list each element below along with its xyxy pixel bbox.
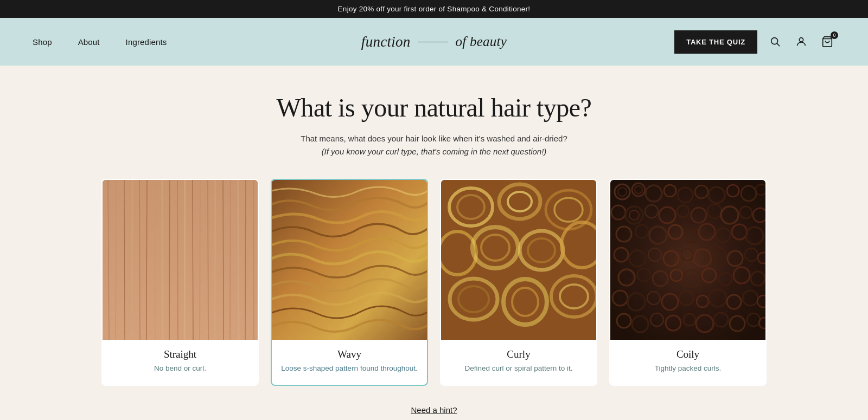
hair-card-body-wavy: Wavy Loose s-shaped pattern found throug… <box>272 340 427 385</box>
wavy-hair-svg <box>272 180 427 340</box>
hair-image-straight <box>103 180 258 340</box>
logo-of-beauty: of beauty <box>455 34 507 49</box>
hair-card-body-straight: Straight No bend or curl. <box>103 340 258 385</box>
quiz-subtitle: That means, what does your hair look lik… <box>33 132 835 158</box>
svg-line-19 <box>215 180 215 340</box>
hair-card-title-wavy: Wavy <box>279 348 419 360</box>
nav-about[interactable]: About <box>78 37 100 47</box>
svg-line-6 <box>116 180 116 340</box>
search-icon <box>769 36 781 48</box>
quiz-subtitle-text: That means, what does your hair look lik… <box>301 134 567 143</box>
cart-button[interactable]: 0 <box>819 34 835 50</box>
header: Shop About Ingredients function of beaut… <box>0 18 868 66</box>
svg-point-2 <box>799 38 803 42</box>
straight-hair-svg <box>103 180 258 340</box>
svg-rect-4 <box>103 180 258 340</box>
hair-card-desc-straight: No bend or curl. <box>110 363 250 374</box>
take-quiz-button[interactable]: TAKE THE QUIZ <box>674 30 757 54</box>
header-right: TAKE THE QUIZ 0 <box>674 30 835 54</box>
hair-option-coily[interactable]: Coily Tightly packed curls. <box>609 179 767 386</box>
hair-card-desc-curly: Defined curl or spiral pattern to it. <box>449 363 589 374</box>
announcement-bar: Enjoy 20% off your first order of Shampo… <box>0 0 868 18</box>
svg-line-21 <box>230 180 231 340</box>
hair-option-curly[interactable]: Curly Defined curl or spiral pattern to … <box>440 179 597 386</box>
svg-line-9 <box>139 180 140 340</box>
hair-option-straight[interactable]: Straight No bend or curl. <box>101 179 259 386</box>
svg-line-18 <box>208 180 208 340</box>
need-hint-link[interactable]: Need a hint? <box>411 405 457 415</box>
svg-line-8 <box>132 180 132 340</box>
account-icon <box>795 36 807 48</box>
announcement-text: Enjoy 20% off your first order of Shampo… <box>338 5 531 13</box>
hair-card-body-coily: Coily Tightly packed curls. <box>610 340 765 385</box>
hair-image-curly <box>441 180 596 340</box>
svg-line-15 <box>184 180 185 340</box>
svg-line-12 <box>162 180 163 340</box>
hair-option-wavy[interactable]: Wavy Loose s-shaped pattern found throug… <box>271 179 428 386</box>
svg-line-24 <box>253 180 254 340</box>
hair-card-title-curly: Curly <box>449 348 589 360</box>
svg-line-13 <box>169 180 170 340</box>
svg-line-1 <box>777 43 780 46</box>
coily-hair-svg <box>610 180 765 340</box>
svg-line-14 <box>177 180 178 340</box>
svg-line-17 <box>200 180 200 340</box>
cart-count: 0 <box>831 31 838 39</box>
hair-card-desc-coily: Tightly packed curls. <box>618 363 758 374</box>
search-button[interactable] <box>767 34 783 50</box>
quiz-subtitle-italic: (If you know your curl type, that's comi… <box>33 145 835 158</box>
hair-image-coily <box>610 180 765 340</box>
svg-point-0 <box>771 38 778 44</box>
hair-card-title-coily: Coily <box>618 348 758 360</box>
logo-function: function <box>361 34 411 50</box>
nav-shop[interactable]: Shop <box>33 37 52 47</box>
hair-card-title-straight: Straight <box>110 348 250 360</box>
hair-image-wavy <box>272 180 427 340</box>
hair-card-desc-wavy: Loose s-shaped pattern found throughout. <box>279 363 419 374</box>
account-button[interactable] <box>793 34 809 50</box>
nav-ingredients[interactable]: Ingredients <box>126 37 167 47</box>
logo[interactable]: function of beauty <box>361 34 507 50</box>
svg-line-23 <box>245 180 246 340</box>
curly-hair-svg <box>441 180 596 340</box>
svg-line-22 <box>238 180 239 340</box>
quiz-title: What is your natural hair type? <box>33 93 835 122</box>
hair-type-options: Straight No bend or curl. <box>33 179 835 386</box>
quiz-main: What is your natural hair type? That mea… <box>0 66 868 420</box>
svg-line-11 <box>155 180 155 340</box>
logo-line-decoration <box>418 42 448 42</box>
main-nav: Shop About Ingredients <box>33 37 167 47</box>
hair-card-body-curly: Curly Defined curl or spiral pattern to … <box>441 340 596 385</box>
